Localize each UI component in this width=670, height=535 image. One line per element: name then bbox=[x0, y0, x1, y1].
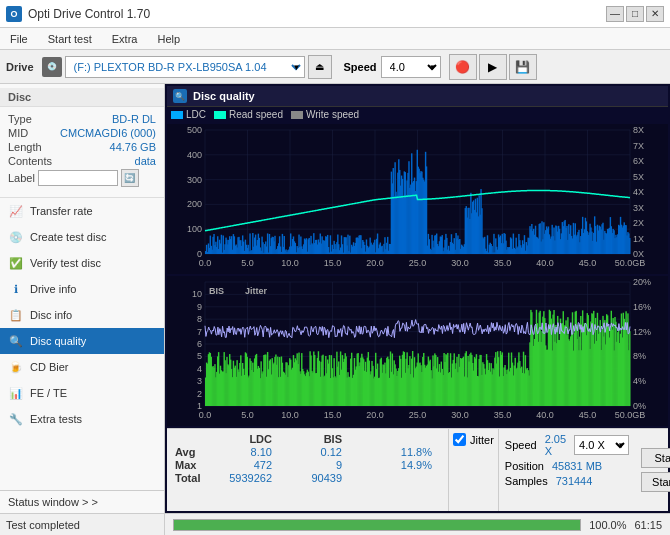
disc-contents-label: Contents bbox=[8, 155, 52, 167]
disc-length-label: Length bbox=[8, 141, 42, 153]
content-area: 🔍 Disc quality LDC Read speed Write spee… bbox=[165, 84, 670, 513]
samples-label: Samples bbox=[505, 475, 548, 487]
toolbar: Drive 💿 (F:) PLEXTOR BD-R PX-LB950SA 1.0… bbox=[0, 50, 670, 84]
legend-ldc: LDC bbox=[171, 109, 206, 120]
menu-extra[interactable]: Extra bbox=[108, 32, 142, 46]
sg-total-label: Total bbox=[175, 472, 210, 484]
speed-dropdown[interactable]: 4.0 X bbox=[381, 56, 441, 78]
stats-table: LDC BIS Avg 8.10 0.12 11.8% Max 472 9 14… bbox=[167, 429, 448, 511]
toolbar-btn-1[interactable]: 🔴 bbox=[449, 54, 477, 80]
sg-avg-ldc: 8.10 bbox=[210, 446, 280, 458]
drive-select: 💿 (F:) PLEXTOR BD-R PX-LB950SA 1.04 ⏏ bbox=[42, 55, 332, 79]
jitter-checkbox-row[interactable]: Jitter bbox=[453, 433, 494, 446]
samples-row: Samples 731444 bbox=[505, 475, 629, 487]
samples-value: 731444 bbox=[556, 475, 593, 487]
sidebar: Disc Type BD-R DL MID CMCMAGDI6 (000) Le… bbox=[0, 84, 165, 513]
disc-section: Disc Type BD-R DL MID CMCMAGDI6 (000) Le… bbox=[0, 84, 164, 198]
position-value: 45831 MB bbox=[552, 460, 602, 472]
sg-avg-jitter: 11.8% bbox=[350, 446, 440, 458]
menu-help[interactable]: Help bbox=[153, 32, 184, 46]
disc-info-icon: 📋 bbox=[8, 307, 24, 323]
sg-header-jitter bbox=[350, 433, 440, 445]
jitter-checkbox-label: Jitter bbox=[470, 434, 494, 446]
disc-mid-label: MID bbox=[8, 127, 28, 139]
legend-read-speed-color bbox=[214, 111, 226, 119]
speed-select-wrapper[interactable]: 4.0 X bbox=[574, 435, 629, 455]
sidebar-item-drive-info[interactable]: ℹ Drive info bbox=[0, 276, 164, 302]
disc-label-row: Label 🔄 bbox=[8, 169, 156, 187]
chart1-legend: LDC Read speed Write speed bbox=[167, 107, 668, 122]
stats-grid: LDC BIS Avg 8.10 0.12 11.8% Max 472 9 14… bbox=[175, 433, 440, 484]
title-bar: O Opti Drive Control 1.70 — □ ✕ bbox=[0, 0, 670, 28]
jitter-checkbox[interactable] bbox=[453, 433, 466, 446]
disc-length-row: Length 44.76 GB bbox=[8, 141, 156, 153]
sg-total-jitter bbox=[350, 472, 440, 484]
drive-dropdown[interactable]: (F:) PLEXTOR BD-R PX-LB950SA 1.04 bbox=[65, 56, 305, 78]
sidebar-item-create-test-disc[interactable]: 💿 Create test disc bbox=[0, 224, 164, 250]
sidebar-item-extra-tests[interactable]: 🔧 Extra tests bbox=[0, 406, 164, 432]
sidebar-item-verify-test-disc[interactable]: ✅ Verify test disc bbox=[0, 250, 164, 276]
fe-te-icon: 📊 bbox=[8, 385, 24, 401]
drive-dropdown-wrapper[interactable]: (F:) PLEXTOR BD-R PX-LB950SA 1.04 bbox=[65, 56, 305, 78]
sidebar-item-transfer-rate[interactable]: 📈 Transfer rate bbox=[0, 198, 164, 224]
charts-container bbox=[167, 122, 668, 428]
jitter-section: Jitter bbox=[448, 429, 498, 511]
disc-mid-value: CMCMAGDI6 (000) bbox=[60, 127, 156, 139]
status-left: Test completed bbox=[0, 514, 165, 535]
disc-type-row: Type BD-R DL bbox=[8, 113, 156, 125]
verify-test-disc-icon: ✅ bbox=[8, 255, 24, 271]
menu-start-test[interactable]: Start test bbox=[44, 32, 96, 46]
menu-bar: File Start test Extra Help bbox=[0, 28, 670, 50]
cd-bier-icon: 🍺 bbox=[8, 359, 24, 375]
sidebar-item-status-window[interactable]: Status window > > bbox=[0, 490, 164, 513]
close-button[interactable]: ✕ bbox=[646, 6, 664, 22]
legend-ldc-label: LDC bbox=[186, 109, 206, 120]
disc-label-input[interactable] bbox=[38, 170, 118, 186]
disc-type-label: Type bbox=[8, 113, 32, 125]
sg-empty bbox=[175, 433, 210, 445]
progress-bar-fill bbox=[174, 520, 580, 530]
transfer-rate-icon: 📈 bbox=[8, 203, 24, 219]
status-window-label: Status window > > bbox=[8, 496, 98, 508]
sg-max-ldc: 472 bbox=[210, 459, 280, 471]
title-controls: — □ ✕ bbox=[606, 6, 664, 22]
sidebar-item-disc-quality[interactable]: 🔍 Disc quality bbox=[0, 328, 164, 354]
disc-quality-icon: 🔍 bbox=[8, 333, 24, 349]
speed-section: Speed 2.05 X 4.0 X Position 45831 MB Sam… bbox=[498, 429, 635, 511]
start-full-button[interactable]: Start full bbox=[641, 448, 670, 468]
disc-mid-row: MID CMCMAGDI6 (000) bbox=[8, 127, 156, 139]
sidebar-item-fe-te[interactable]: 📊 FE / TE bbox=[0, 380, 164, 406]
toolbar-btn-2[interactable]: ▶ bbox=[479, 54, 507, 80]
legend-write-speed: Write speed bbox=[291, 109, 359, 120]
sg-max-jitter: 14.9% bbox=[350, 459, 440, 471]
speed-select[interactable]: 4.0 X bbox=[574, 435, 629, 455]
create-test-disc-label: Create test disc bbox=[30, 231, 106, 243]
disc-section-title: Disc bbox=[0, 88, 164, 107]
speed-dropdown-wrapper[interactable]: 4.0 X bbox=[381, 56, 441, 78]
minimize-button[interactable]: — bbox=[606, 6, 624, 22]
legend-read-speed: Read speed bbox=[214, 109, 283, 120]
disc-length-value: 44.76 GB bbox=[110, 141, 156, 153]
toolbar-icons: 🔴 ▶ 💾 bbox=[449, 54, 537, 80]
status-progress-area: 100.0% 61:15 bbox=[165, 519, 670, 531]
toolbar-btn-3[interactable]: 💾 bbox=[509, 54, 537, 80]
main-area: Disc Type BD-R DL MID CMCMAGDI6 (000) Le… bbox=[0, 84, 670, 513]
sg-avg-label: Avg bbox=[175, 446, 210, 458]
sidebar-item-cd-bier[interactable]: 🍺 CD Bier bbox=[0, 354, 164, 380]
drive-info-label: Drive info bbox=[30, 283, 76, 295]
drive-icon: 💿 bbox=[42, 57, 62, 77]
position-label: Position bbox=[505, 460, 544, 472]
chart2-wrapper bbox=[167, 276, 668, 426]
disc-label-button[interactable]: 🔄 bbox=[121, 169, 139, 187]
transfer-rate-label: Transfer rate bbox=[30, 205, 93, 217]
bottom-panel: LDC BIS Avg 8.10 0.12 11.8% Max 472 9 14… bbox=[167, 428, 668, 511]
title-bar-left: O Opti Drive Control 1.70 bbox=[6, 6, 150, 22]
start-part-button[interactable]: Start part bbox=[641, 472, 670, 492]
sg-avg-bis: 0.12 bbox=[280, 446, 350, 458]
menu-file[interactable]: File bbox=[6, 32, 32, 46]
eject-button[interactable]: ⏏ bbox=[308, 55, 332, 79]
drive-label: Drive bbox=[6, 61, 34, 73]
sidebar-item-disc-info[interactable]: 📋 Disc info bbox=[0, 302, 164, 328]
cd-bier-label: CD Bier bbox=[30, 361, 69, 373]
maximize-button[interactable]: □ bbox=[626, 6, 644, 22]
